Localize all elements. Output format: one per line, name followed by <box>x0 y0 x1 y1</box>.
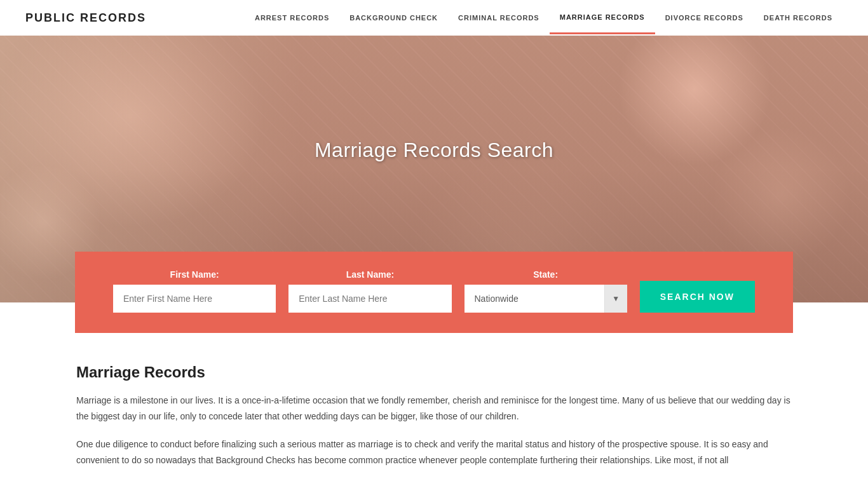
search-panel: First Name: Last Name: State: Nationwide… <box>75 252 793 333</box>
last-name-input[interactable] <box>288 285 451 313</box>
content-paragraph-2: One due diligence to conduct before fina… <box>76 437 792 468</box>
state-label: State: <box>465 269 627 280</box>
state-select-wrapper: Nationwide Alabama Alaska Arizona Arkans… <box>465 285 627 313</box>
content-section: Marriage Records Marriage is a milestone… <box>0 333 868 488</box>
nav-arrest-records[interactable]: ARREST RECORDS <box>245 3 339 33</box>
nav-marriage-records[interactable]: MARRIAGE RECORDS <box>550 2 655 34</box>
state-field: State: Nationwide Alabama Alaska Arizona… <box>465 269 627 313</box>
nav-divorce-records[interactable]: DIVORCE RECORDS <box>655 3 754 33</box>
nav-background-check[interactable]: BACKGROUND CHECK <box>339 3 448 33</box>
state-select[interactable]: Nationwide Alabama Alaska Arizona Arkans… <box>465 285 627 313</box>
last-name-label: Last Name: <box>288 269 451 280</box>
content-heading: Marriage Records <box>76 363 792 381</box>
content-paragraph-1: Marriage is a milestone in our lives. It… <box>76 393 792 424</box>
hero-title: Marriage Records Search <box>315 139 553 162</box>
site-logo[interactable]: PUBLIC RECORDS <box>25 11 146 25</box>
nav-criminal-records[interactable]: CRIMINAL RECORDS <box>448 3 550 33</box>
navbar: PUBLIC RECORDS ARREST RECORDS BACKGROUND… <box>0 0 868 36</box>
nav-links: ARREST RECORDS BACKGROUND CHECK CRIMINAL… <box>245 2 843 34</box>
search-now-button[interactable]: SEARCH NOW <box>640 281 755 313</box>
last-name-field: Last Name: <box>288 269 451 313</box>
nav-death-records[interactable]: DEATH RECORDS <box>754 3 843 33</box>
first-name-input[interactable] <box>113 285 276 313</box>
first-name-field: First Name: <box>113 269 276 313</box>
first-name-label: First Name: <box>113 269 276 280</box>
